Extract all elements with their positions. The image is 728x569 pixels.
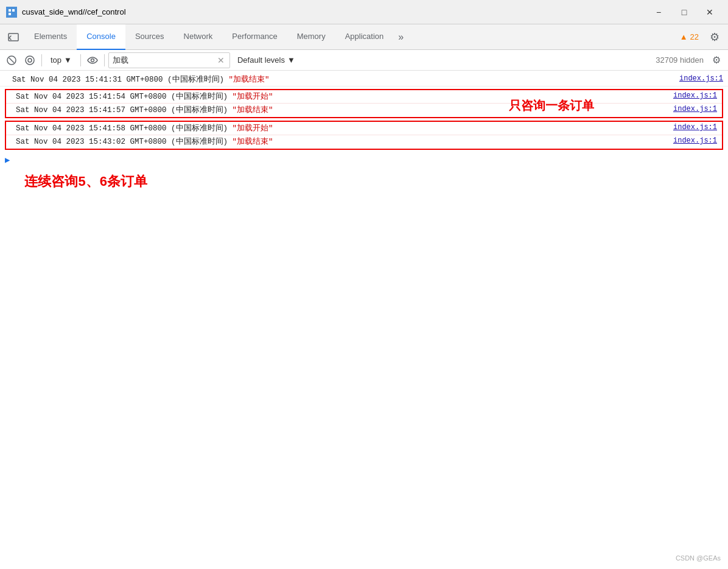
file-link-g1l1[interactable]: index.js:1 — [673, 91, 717, 100]
quoted-g2l1: "加载开始" — [233, 124, 273, 133]
file-link-g2l2[interactable]: index.js:1 — [673, 136, 717, 145]
annotation-bottom: 连续咨询5、6条订单 — [0, 168, 728, 196]
quoted-g2l2: "加载结束" — [233, 138, 273, 146]
console-group2-line-2: Sat Nov 04 2023 15:43:02 GMT+0800 (中国标准时… — [6, 135, 722, 149]
svg-line-6 — [9, 58, 14, 63]
console-settings-button[interactable]: ⚙ — [709, 52, 724, 68]
tab-application[interactable]: Application — [335, 24, 394, 50]
log-level-selector[interactable]: Default levels ▼ — [233, 52, 300, 68]
svg-rect-1 — [9, 9, 11, 12]
file-link-g1l2[interactable]: index.js:1 — [673, 105, 717, 113]
svg-rect-2 — [12, 9, 15, 12]
console-prompt[interactable]: ▶ — [0, 152, 728, 168]
filter-icon — [25, 55, 35, 65]
warning-icon: ▲ — [680, 32, 688, 41]
tab-sources[interactable]: Sources — [125, 24, 174, 50]
file-link-1[interactable]: index.js:1 — [679, 74, 723, 83]
live-expressions-button[interactable] — [85, 52, 100, 68]
console-line-1: Sat Nov 04 2023 15:41:31 GMT+0800 (中国标准时… — [0, 73, 728, 87]
console-line-1-text: Sat Nov 04 2023 15:41:31 GMT+0800 (中国标准时… — [12, 74, 674, 85]
settings-icon: ⚙ — [710, 30, 719, 44]
clear-icon — [7, 55, 16, 65]
filter-button[interactable] — [22, 52, 38, 68]
console-group1-text-1: Sat Nov 04 2023 15:41:54 GMT+0800 (中国标准时… — [16, 91, 668, 102]
svg-point-7 — [26, 56, 34, 65]
level-dropdown-icon: ▼ — [287, 55, 295, 65]
toolbar-separator-3 — [104, 54, 105, 66]
context-dropdown-icon: ▼ — [64, 55, 72, 65]
tab-console[interactable]: Console — [77, 24, 125, 50]
maximize-button[interactable]: □ — [672, 2, 696, 22]
warning-badge: ▲ 22 — [675, 32, 704, 41]
quoted-text-1: "加载结束" — [229, 76, 270, 84]
watermark: CSDN @GEAs — [676, 554, 721, 562]
close-button[interactable]: ✕ — [698, 2, 722, 22]
quoted-g1l2: "加载结束" — [233, 106, 273, 115]
console-group-1: Sat Nov 04 2023 15:41:54 GMT+0800 (中国标准时… — [5, 89, 723, 118]
console-output: Sat Nov 04 2023 15:41:31 GMT+0800 (中国标准时… — [0, 71, 728, 569]
console-search-box[interactable]: ✕ — [108, 52, 230, 68]
tab-memory[interactable]: Memory — [287, 24, 335, 50]
tab-network[interactable]: Network — [174, 24, 223, 50]
toolbar-separator-2 — [80, 54, 81, 66]
prompt-arrow: ▶ — [5, 155, 10, 165]
devtools-settings-button[interactable]: ⚙ — [704, 24, 726, 50]
console-toolbar: top ▼ ✕ Default levels ▼ 32709 hidden ⚙ — [0, 50, 728, 71]
search-input[interactable] — [113, 55, 214, 65]
window-title: cusvat_side_wnd//cef_control — [22, 7, 646, 16]
window-controls: − □ ✕ — [646, 2, 722, 22]
toolbar-separator-1 — [41, 54, 42, 66]
tab-elements[interactable]: Elements — [24, 24, 77, 50]
app-icon — [6, 7, 17, 18]
hidden-count: 32709 hidden — [656, 55, 704, 65]
context-selector[interactable]: top ▼ — [46, 52, 77, 68]
quoted-g1l1: "加载开始" — [233, 93, 273, 101]
console-group2-text-2: Sat Nov 04 2023 15:43:02 GMT+0800 (中国标准时… — [16, 136, 668, 147]
svg-point-8 — [28, 58, 32, 62]
file-link-g2l1[interactable]: index.js:1 — [673, 123, 717, 132]
console-group1-text-2: Sat Nov 04 2023 15:41:57 GMT+0800 (中国标准时… — [16, 105, 668, 115]
clear-console-button[interactable] — [4, 52, 19, 68]
eye-icon — [87, 56, 98, 65]
devtools-panel-icon[interactable] — [2, 24, 24, 50]
console-group2-line-1: Sat Nov 04 2023 15:41:58 GMT+0800 (中国标准时… — [6, 122, 722, 135]
warning-count: 22 — [690, 32, 699, 41]
svg-rect-3 — [9, 13, 11, 15]
console-group-2: Sat Nov 04 2023 15:41:58 GMT+0800 (中国标准时… — [5, 121, 723, 150]
console-settings-icon: ⚙ — [712, 54, 721, 66]
title-bar: cusvat_side_wnd//cef_control − □ ✕ — [0, 0, 728, 24]
svg-point-9 — [91, 58, 94, 62]
tab-bar: Elements Console Sources Network Perform… — [0, 24, 728, 50]
minimize-button[interactable]: − — [646, 2, 671, 22]
console-group2-text-1: Sat Nov 04 2023 15:41:58 GMT+0800 (中国标准时… — [16, 123, 668, 133]
console-content: Sat Nov 04 2023 15:41:31 GMT+0800 (中国标准时… — [0, 71, 728, 569]
console-group1-line-1: Sat Nov 04 2023 15:41:54 GMT+0800 (中国标准时… — [6, 90, 722, 104]
console-group1-line-2: Sat Nov 04 2023 15:41:57 GMT+0800 (中国标准时… — [6, 104, 722, 117]
tab-performance[interactable]: Performance — [222, 24, 287, 50]
search-clear-button[interactable]: ✕ — [216, 55, 226, 65]
more-tabs-button[interactable]: » — [393, 24, 408, 50]
